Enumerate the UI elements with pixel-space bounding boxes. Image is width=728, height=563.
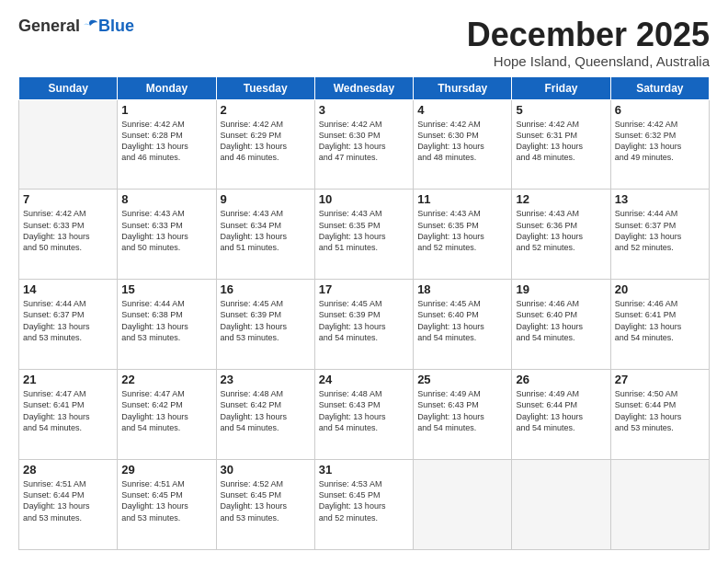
calendar-cell: 7Sunrise: 4:42 AM Sunset: 6:33 PM Daylig… bbox=[19, 190, 118, 280]
calendar-cell: 12Sunrise: 4:43 AM Sunset: 6:36 PM Dayli… bbox=[512, 190, 610, 280]
day-info: Sunrise: 4:43 AM Sunset: 6:34 PM Dayligh… bbox=[221, 208, 311, 253]
day-number: 2 bbox=[221, 103, 311, 117]
calendar-cell: 22Sunrise: 4:47 AM Sunset: 6:42 PM Dayli… bbox=[118, 370, 216, 460]
day-number: 22 bbox=[121, 373, 211, 386]
header: General Blue December 2025 Hope Island, … bbox=[18, 17, 710, 69]
day-info: Sunrise: 4:46 AM Sunset: 6:41 PM Dayligh… bbox=[615, 298, 705, 343]
day-number: 30 bbox=[221, 463, 311, 477]
day-info: Sunrise: 4:43 AM Sunset: 6:35 PM Dayligh… bbox=[417, 208, 507, 253]
day-number: 15 bbox=[121, 282, 211, 296]
day-info: Sunrise: 4:44 AM Sunset: 6:37 PM Dayligh… bbox=[23, 298, 113, 343]
day-info: Sunrise: 4:43 AM Sunset: 6:33 PM Dayligh… bbox=[121, 208, 211, 253]
calendar-cell bbox=[19, 99, 118, 190]
calendar-cell: 2Sunrise: 4:42 AM Sunset: 6:29 PM Daylig… bbox=[216, 99, 314, 190]
day-info: Sunrise: 4:42 AM Sunset: 6:32 PM Dayligh… bbox=[615, 119, 705, 164]
calendar-cell bbox=[512, 460, 610, 550]
day-info: Sunrise: 4:45 AM Sunset: 6:40 PM Dayligh… bbox=[417, 298, 507, 343]
calendar-cell: 9Sunrise: 4:43 AM Sunset: 6:34 PM Daylig… bbox=[216, 190, 314, 280]
day-info: Sunrise: 4:49 AM Sunset: 6:44 PM Dayligh… bbox=[516, 388, 606, 433]
calendar-cell: 24Sunrise: 4:48 AM Sunset: 6:43 PM Dayli… bbox=[314, 370, 413, 460]
calendar-cell: 31Sunrise: 4:53 AM Sunset: 6:45 PM Dayli… bbox=[314, 460, 413, 550]
day-info: Sunrise: 4:46 AM Sunset: 6:40 PM Dayligh… bbox=[516, 298, 606, 343]
calendar-cell: 13Sunrise: 4:44 AM Sunset: 6:37 PM Dayli… bbox=[610, 190, 709, 280]
day-info: Sunrise: 4:48 AM Sunset: 6:42 PM Dayligh… bbox=[221, 388, 311, 433]
day-info: Sunrise: 4:50 AM Sunset: 6:44 PM Dayligh… bbox=[615, 388, 705, 433]
calendar-cell: 17Sunrise: 4:45 AM Sunset: 6:39 PM Dayli… bbox=[314, 280, 413, 370]
day-number: 8 bbox=[121, 192, 211, 206]
day-info: Sunrise: 4:42 AM Sunset: 6:31 PM Dayligh… bbox=[516, 119, 606, 164]
calendar-cell: 29Sunrise: 4:51 AM Sunset: 6:45 PM Dayli… bbox=[118, 460, 216, 550]
day-number: 14 bbox=[23, 282, 113, 296]
day-info: Sunrise: 4:52 AM Sunset: 6:45 PM Dayligh… bbox=[221, 478, 311, 523]
calendar-cell bbox=[610, 460, 709, 550]
calendar-cell: 4Sunrise: 4:42 AM Sunset: 6:30 PM Daylig… bbox=[414, 99, 512, 190]
calendar-cell: 15Sunrise: 4:44 AM Sunset: 6:38 PM Dayli… bbox=[118, 280, 216, 370]
calendar-cell: 3Sunrise: 4:42 AM Sunset: 6:30 PM Daylig… bbox=[314, 99, 413, 190]
title-block: December 2025 Hope Island, Queensland, A… bbox=[467, 17, 710, 69]
calendar-cell bbox=[414, 460, 512, 550]
day-info: Sunrise: 4:42 AM Sunset: 6:33 PM Dayligh… bbox=[23, 208, 113, 253]
calendar-cell: 28Sunrise: 4:51 AM Sunset: 6:44 PM Dayli… bbox=[19, 460, 118, 550]
month-title: December 2025 bbox=[467, 17, 710, 53]
day-info: Sunrise: 4:51 AM Sunset: 6:45 PM Dayligh… bbox=[121, 478, 211, 523]
day-number: 11 bbox=[417, 192, 507, 206]
day-header-saturday: Saturday bbox=[610, 76, 709, 99]
day-header-thursday: Thursday bbox=[414, 76, 512, 99]
day-number: 5 bbox=[516, 103, 606, 117]
calendar-week-row: 21Sunrise: 4:47 AM Sunset: 6:41 PM Dayli… bbox=[19, 370, 710, 460]
day-info: Sunrise: 4:43 AM Sunset: 6:35 PM Dayligh… bbox=[319, 208, 409, 253]
day-number: 27 bbox=[615, 373, 705, 386]
calendar-week-row: 28Sunrise: 4:51 AM Sunset: 6:44 PM Dayli… bbox=[19, 460, 710, 550]
day-info: Sunrise: 4:53 AM Sunset: 6:45 PM Dayligh… bbox=[319, 478, 409, 523]
calendar-cell: 27Sunrise: 4:50 AM Sunset: 6:44 PM Dayli… bbox=[610, 370, 709, 460]
day-header-sunday: Sunday bbox=[19, 76, 118, 99]
calendar-cell: 23Sunrise: 4:48 AM Sunset: 6:42 PM Dayli… bbox=[216, 370, 314, 460]
day-info: Sunrise: 4:45 AM Sunset: 6:39 PM Dayligh… bbox=[319, 298, 409, 343]
calendar-week-row: 1Sunrise: 4:42 AM Sunset: 6:28 PM Daylig… bbox=[19, 99, 710, 190]
day-number: 7 bbox=[23, 192, 113, 206]
calendar-cell: 14Sunrise: 4:44 AM Sunset: 6:37 PM Dayli… bbox=[19, 280, 118, 370]
day-header-tuesday: Tuesday bbox=[216, 76, 314, 99]
day-number: 21 bbox=[23, 373, 113, 386]
day-number: 17 bbox=[319, 282, 409, 296]
logo-general-text: General bbox=[18, 17, 80, 36]
day-info: Sunrise: 4:49 AM Sunset: 6:43 PM Dayligh… bbox=[417, 388, 507, 433]
day-number: 31 bbox=[319, 463, 409, 477]
day-header-friday: Friday bbox=[512, 76, 610, 99]
day-info: Sunrise: 4:42 AM Sunset: 6:29 PM Dayligh… bbox=[221, 119, 311, 164]
calendar-cell: 11Sunrise: 4:43 AM Sunset: 6:35 PM Dayli… bbox=[414, 190, 512, 280]
day-number: 6 bbox=[615, 103, 705, 117]
day-number: 13 bbox=[615, 192, 705, 206]
calendar-cell: 21Sunrise: 4:47 AM Sunset: 6:41 PM Dayli… bbox=[19, 370, 118, 460]
day-number: 19 bbox=[516, 282, 606, 296]
calendar-cell: 8Sunrise: 4:43 AM Sunset: 6:33 PM Daylig… bbox=[118, 190, 216, 280]
calendar-cell: 16Sunrise: 4:45 AM Sunset: 6:39 PM Dayli… bbox=[216, 280, 314, 370]
day-number: 20 bbox=[615, 282, 705, 296]
calendar-cell: 19Sunrise: 4:46 AM Sunset: 6:40 PM Dayli… bbox=[512, 280, 610, 370]
day-number: 26 bbox=[516, 373, 606, 386]
day-header-wednesday: Wednesday bbox=[314, 76, 413, 99]
day-number: 29 bbox=[121, 463, 211, 477]
day-number: 4 bbox=[417, 103, 507, 117]
logo-blue-text: Blue bbox=[98, 17, 134, 36]
calendar-cell: 6Sunrise: 4:42 AM Sunset: 6:32 PM Daylig… bbox=[610, 99, 709, 190]
day-info: Sunrise: 4:44 AM Sunset: 6:38 PM Dayligh… bbox=[121, 298, 211, 343]
calendar-cell: 1Sunrise: 4:42 AM Sunset: 6:28 PM Daylig… bbox=[118, 99, 216, 190]
day-number: 28 bbox=[23, 463, 113, 477]
day-info: Sunrise: 4:47 AM Sunset: 6:42 PM Dayligh… bbox=[121, 388, 211, 433]
calendar-header-row: SundayMondayTuesdayWednesdayThursdayFrid… bbox=[19, 76, 710, 99]
calendar-cell: 18Sunrise: 4:45 AM Sunset: 6:40 PM Dayli… bbox=[414, 280, 512, 370]
day-number: 12 bbox=[516, 192, 606, 206]
day-number: 24 bbox=[319, 373, 409, 386]
day-header-monday: Monday bbox=[118, 76, 216, 99]
day-number: 25 bbox=[417, 373, 507, 386]
day-number: 9 bbox=[221, 192, 311, 206]
day-info: Sunrise: 4:47 AM Sunset: 6:41 PM Dayligh… bbox=[23, 388, 113, 433]
day-number: 23 bbox=[221, 373, 311, 386]
day-info: Sunrise: 4:51 AM Sunset: 6:44 PM Dayligh… bbox=[23, 478, 113, 523]
day-info: Sunrise: 4:43 AM Sunset: 6:36 PM Dayligh… bbox=[516, 208, 606, 253]
day-info: Sunrise: 4:45 AM Sunset: 6:39 PM Dayligh… bbox=[221, 298, 311, 343]
day-number: 1 bbox=[121, 103, 211, 117]
calendar-cell: 10Sunrise: 4:43 AM Sunset: 6:35 PM Dayli… bbox=[314, 190, 413, 280]
logo: General Blue bbox=[18, 17, 134, 36]
